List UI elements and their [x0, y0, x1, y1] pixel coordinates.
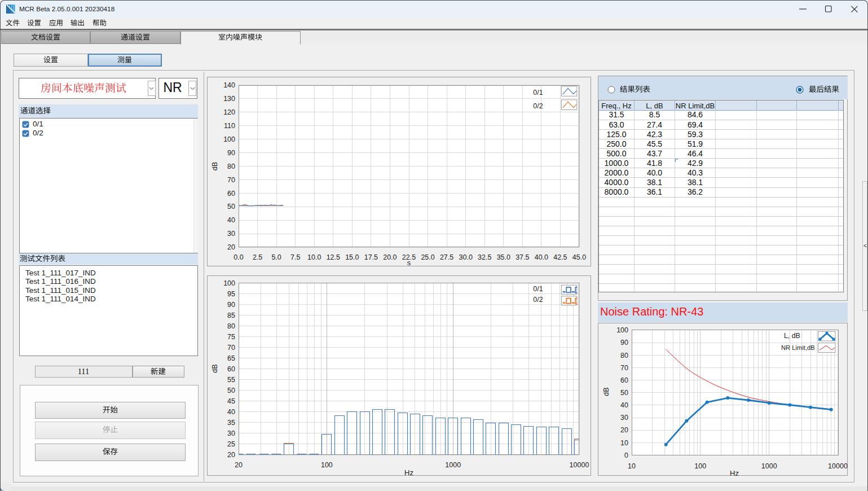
svg-text:60: 60 [620, 376, 628, 384]
svg-text:100: 100 [694, 462, 706, 470]
svg-text:69.4: 69.4 [688, 120, 703, 129]
svg-text:0/1: 0/1 [533, 285, 543, 293]
svg-text:dB: dB [211, 364, 219, 372]
svg-text:37.5: 37.5 [515, 253, 529, 261]
svg-text:55: 55 [227, 376, 235, 384]
svg-text:20: 20 [227, 243, 235, 251]
svg-text:100: 100 [321, 461, 333, 469]
svg-text:40.0: 40.0 [535, 253, 548, 261]
svg-text:27.5: 27.5 [440, 253, 453, 261]
svg-text:95: 95 [227, 290, 235, 298]
svg-text:100: 100 [223, 279, 235, 287]
svg-text:30: 30 [227, 230, 235, 238]
svg-text:70: 70 [227, 176, 235, 184]
svg-text:25.0: 25.0 [421, 253, 434, 261]
svg-text:Hz: Hz [404, 468, 413, 477]
svg-text:0.0: 0.0 [233, 253, 243, 261]
svg-text:45.0: 45.0 [572, 253, 586, 261]
svg-text:51.9: 51.9 [688, 139, 703, 148]
svg-text:8.5: 8.5 [649, 110, 660, 119]
svg-text:20: 20 [227, 451, 235, 459]
svg-text:42.3: 42.3 [647, 130, 662, 139]
svg-text:2.5: 2.5 [253, 253, 262, 261]
svg-text:46.4: 46.4 [688, 149, 703, 158]
svg-text:40: 40 [227, 408, 235, 416]
svg-text:NR Limit,dB: NR Limit,dB [781, 344, 815, 351]
svg-text:10000: 10000 [570, 461, 589, 469]
svg-text:80: 80 [620, 352, 628, 360]
svg-text:50: 50 [620, 389, 628, 397]
svg-text:250.0: 250.0 [606, 139, 626, 148]
svg-text:Hz: Hz [730, 469, 739, 477]
svg-text:42.9: 42.9 [688, 159, 703, 168]
svg-text:125.0: 125.0 [606, 130, 626, 139]
svg-text:84.6: 84.6 [688, 110, 703, 119]
svg-text:10: 10 [628, 462, 636, 470]
svg-text:15.0: 15.0 [345, 253, 359, 261]
svg-text:L, dB: L, dB [646, 102, 663, 110]
svg-text:50: 50 [227, 203, 235, 211]
svg-text:40: 40 [227, 216, 235, 224]
svg-text:12.5: 12.5 [327, 253, 340, 261]
svg-text:70: 70 [620, 364, 628, 372]
svg-text:45.5: 45.5 [647, 139, 662, 148]
svg-text:dB: dB [602, 387, 610, 396]
svg-text:25: 25 [227, 440, 235, 448]
svg-text:35.0: 35.0 [497, 253, 510, 261]
svg-text:L, dB: L, dB [784, 332, 800, 340]
svg-text:59.3: 59.3 [688, 130, 703, 139]
svg-text:8000.0: 8000.0 [605, 187, 629, 196]
svg-text:40.0: 40.0 [647, 168, 662, 177]
svg-text:130: 130 [223, 95, 235, 103]
svg-text:90: 90 [227, 301, 235, 309]
svg-text:35: 35 [227, 419, 235, 427]
svg-text:20: 20 [620, 426, 628, 434]
svg-text:30: 30 [227, 429, 235, 437]
svg-text:30: 30 [620, 414, 628, 422]
svg-text:45: 45 [227, 397, 235, 405]
svg-text:140: 140 [223, 81, 235, 89]
svg-text:1000: 1000 [445, 461, 461, 469]
svg-text:120: 120 [223, 108, 235, 116]
svg-text:38.1: 38.1 [688, 178, 703, 187]
svg-text:90: 90 [620, 339, 628, 347]
svg-text:110: 110 [224, 122, 235, 130]
svg-text:100: 100 [223, 135, 235, 143]
svg-text:0: 0 [624, 451, 628, 459]
svg-text:60: 60 [227, 190, 235, 198]
svg-text:27.4: 27.4 [647, 120, 662, 129]
svg-text:0/2: 0/2 [533, 102, 543, 110]
svg-text:10.0: 10.0 [307, 253, 321, 261]
svg-text:20: 20 [235, 461, 243, 469]
svg-text:40: 40 [620, 401, 628, 409]
svg-text:85: 85 [227, 312, 235, 319]
svg-text:65: 65 [227, 354, 235, 362]
svg-text:10: 10 [620, 439, 628, 447]
svg-text:5.0: 5.0 [271, 253, 281, 261]
svg-text:32.5: 32.5 [478, 253, 491, 261]
svg-text:10000: 10000 [828, 462, 848, 470]
svg-text:36.1: 36.1 [647, 187, 662, 196]
svg-text:7.5: 7.5 [290, 253, 300, 261]
svg-text:38.1: 38.1 [647, 178, 662, 187]
svg-text:43.7: 43.7 [647, 149, 662, 158]
svg-text:0/2: 0/2 [533, 296, 543, 304]
svg-text:dB: dB [211, 162, 219, 170]
svg-text:1000: 1000 [761, 462, 777, 470]
svg-text:50: 50 [227, 387, 235, 394]
svg-text:2000.0: 2000.0 [605, 168, 629, 177]
svg-text:36.2: 36.2 [688, 187, 703, 196]
svg-text:80: 80 [227, 163, 235, 170]
svg-text:90: 90 [227, 149, 235, 157]
svg-text:70: 70 [227, 344, 235, 352]
svg-text:NR Limit,dB: NR Limit,dB [676, 102, 715, 110]
svg-text:75: 75 [227, 333, 235, 341]
svg-text:4000.0: 4000.0 [605, 178, 629, 187]
svg-text:17.5: 17.5 [364, 253, 378, 261]
svg-text:63.0: 63.0 [609, 120, 624, 129]
svg-text:31.5: 31.5 [609, 110, 624, 119]
svg-text:42.5: 42.5 [553, 253, 567, 261]
svg-text:80: 80 [227, 322, 235, 330]
svg-text:0/1: 0/1 [533, 89, 543, 97]
svg-text:s: s [407, 258, 411, 266]
